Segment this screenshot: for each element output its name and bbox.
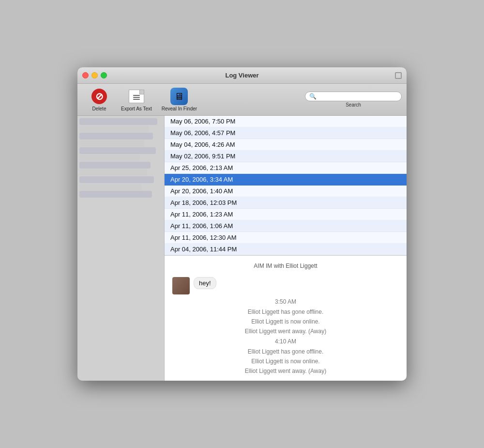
chat-status: Elliot Liggett is now online. (165, 317, 407, 326)
chat-status: Elliot Liggett is now online. (165, 356, 407, 366)
window-title: Log Viewer (225, 72, 258, 79)
search-label: Search (346, 102, 361, 108)
sidebar-item[interactable] (79, 154, 140, 161)
log-list: May 06, 2006, 7:50 PMMay 06, 2006, 4:57 … (165, 116, 407, 256)
log-row[interactable]: May 04, 2006, 4:26 AM (165, 139, 407, 151)
delete-icon-wrap: ⊘ (91, 88, 108, 105)
sidebar-item[interactable] (79, 118, 157, 125)
sidebar-item[interactable] (79, 169, 147, 176)
sidebar-item[interactable] (79, 133, 153, 139)
chat-status: Elliot Liggett went away. (Away) (165, 366, 407, 376)
export-button[interactable]: Export As Text (116, 87, 157, 112)
sidebar (77, 116, 165, 381)
main-content: May 06, 2006, 7:50 PMMay 06, 2006, 4:57 … (77, 116, 407, 381)
delete-button[interactable]: ⊘ Delete (82, 87, 116, 112)
maximize-button[interactable] (101, 72, 107, 78)
window-controls (82, 72, 107, 78)
log-row[interactable]: Apr 25, 2006, 2:13 AM (165, 162, 407, 174)
log-row[interactable]: May 06, 2006, 4:57 PM (165, 127, 407, 139)
close-button[interactable] (82, 72, 89, 78)
sidebar-item[interactable] (79, 184, 142, 190)
finder-icon-wrap: 🖥 (170, 88, 188, 105)
log-row[interactable]: Apr 04, 2006, 11:44 PM (165, 244, 407, 255)
search-area: 🔍 Search (305, 92, 402, 108)
log-row[interactable]: Apr 20, 2006, 1:40 AM (165, 185, 407, 197)
chat-message: hey! (165, 275, 407, 296)
export-icon-wrap (128, 88, 145, 105)
right-panel: May 06, 2006, 7:50 PMMay 06, 2006, 4:57 … (165, 116, 407, 381)
sidebar-item[interactable] (79, 191, 152, 198)
log-row[interactable]: May 06, 2006, 7:50 PM (165, 116, 407, 127)
search-box: 🔍 (305, 92, 402, 101)
log-row[interactable]: May 02, 2006, 9:51 PM (165, 151, 407, 162)
log-row[interactable]: Apr 11, 2006, 1:06 AM (165, 220, 407, 232)
search-icon: 🔍 (309, 93, 317, 100)
log-row[interactable]: Apr 18, 2006, 12:03 PM (165, 197, 407, 209)
log-row[interactable]: Apr 20, 2006, 3:34 AM (165, 174, 407, 185)
sidebar-item[interactable] (79, 140, 144, 147)
avatar (172, 277, 190, 294)
minimize-button[interactable] (91, 72, 98, 78)
export-label: Export As Text (121, 106, 152, 111)
sidebar-item[interactable] (79, 162, 151, 169)
chat-status: Elliot Liggett has gone offline. (165, 307, 407, 317)
search-input[interactable] (318, 93, 397, 100)
chat-status: Elliot Liggett has gone offline. (165, 347, 407, 356)
export-icon (129, 90, 144, 103)
chat-status: Elliot Liggett went away. (Away) (165, 326, 407, 336)
chat-timestamp: 3:50 AM (165, 296, 407, 307)
log-row[interactable]: Apr 11, 2006, 1:23 AM (165, 209, 407, 220)
finder-label: Reveal In Finder (162, 106, 197, 111)
titlebar: Log Viewer (77, 67, 407, 84)
message-bubble: hey! (194, 277, 216, 289)
log-row[interactable]: Apr 11, 2006, 12:30 AM (165, 232, 407, 244)
main-window: Log Viewer ⊘ Delete Export As Text (77, 67, 407, 381)
toolbar: ⊘ Delete Export As Text 🖥 Reveal In Fin (77, 84, 407, 116)
resize-button[interactable] (395, 72, 402, 79)
delete-label: Delete (92, 106, 106, 111)
reveal-in-finder-button[interactable]: 🖥 Reveal In Finder (157, 87, 202, 112)
delete-icon: ⊘ (91, 89, 107, 104)
chat-timestamp: 4:10 AM (165, 336, 407, 347)
chat-header: AIM IM with Elliot Liggett (165, 261, 407, 271)
finder-icon: 🖥 (170, 88, 188, 105)
sidebar-item[interactable] (79, 147, 156, 154)
chat-panel: AIM IM with Elliot Liggett hey!3:50 AMEl… (165, 256, 407, 381)
sidebar-item[interactable] (79, 176, 154, 183)
sidebar-item[interactable] (79, 125, 149, 132)
